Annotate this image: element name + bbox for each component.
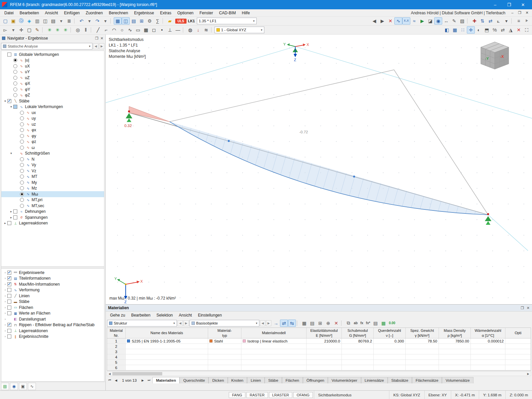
insert-row-icon[interactable]: ⊕ <box>324 320 332 327</box>
tree-control[interactable] <box>20 198 24 202</box>
cell-alpha[interactable] <box>471 365 505 370</box>
snap-toggle[interactable]: FANG <box>229 392 245 398</box>
table-tab[interactable]: Volumenkörper <box>328 377 361 383</box>
column-header[interactable]: Spez. Gewicht γ [kN/m³] <box>406 328 439 338</box>
column-header[interactable]: Opti <box>505 328 531 338</box>
menu-item[interactable]: Bearbeiten <box>17 10 42 16</box>
cell-g-modul[interactable] <box>342 344 374 349</box>
column-header[interactable]: Mass Density ρ [kg/m³] <box>439 328 471 338</box>
minimize-button[interactable]: – <box>488 0 502 9</box>
table-row[interactable]: 6 <box>107 365 531 370</box>
display-option-checkbox[interactable] <box>7 288 11 292</box>
cell-opti[interactable] <box>505 338 531 343</box>
copy-row-icon[interactable]: ⧉ <box>344 320 352 327</box>
tree-item[interactable]: ∿ ux <box>1 110 104 116</box>
expander-icon[interactable]: › <box>3 306 7 309</box>
measure-icon[interactable]: ⟀ <box>494 17 502 25</box>
result-values-icon[interactable]: ˣ·ˣ <box>402 17 410 25</box>
axes-toggle-icon[interactable]: ✛ <box>467 26 475 34</box>
cell-rho[interactable] <box>439 365 471 370</box>
display-option-item[interactable]: › ▦ Werte an Flächen <box>1 311 104 317</box>
cell-g-modul[interactable] <box>342 354 374 359</box>
delete-results-icon[interactable]: ✕ <box>386 17 394 25</box>
navigation-cube[interactable]: -Y -X <box>106 35 509 69</box>
horizontal-scrollbar[interactable]: ◀ ▶ <box>107 371 531 376</box>
swap-view-icon[interactable]: ⇄ <box>499 26 507 34</box>
display-option-item[interactable]: › ∥ Ergebnisschnitte <box>1 334 104 340</box>
display-option-checkbox[interactable] <box>7 329 11 333</box>
tree-control[interactable] <box>20 186 24 190</box>
redo-icon[interactable]: ↷ <box>93 17 101 25</box>
cell-opti[interactable] <box>505 365 531 370</box>
display-option-item[interactable]: › ⊓ Rippen - Effektiver Beitrag auf Fläc… <box>1 322 104 328</box>
materials-float-icon[interactable]: ❐ <box>521 306 524 310</box>
expander-icon[interactable]: › <box>3 294 7 298</box>
tree-control[interactable] <box>7 221 11 225</box>
bim-icon[interactable]: ◈ <box>25 17 33 25</box>
scroll-right-icon[interactable]: ▶ <box>526 372 531 376</box>
expander-icon[interactable]: › <box>3 312 7 315</box>
redo-menu-icon[interactable]: ▾ <box>101 17 109 25</box>
deformation-scale-icon[interactable]: ≈ <box>410 17 418 25</box>
tree-control[interactable] <box>20 204 24 208</box>
tree-control[interactable] <box>20 116 24 120</box>
tree-item[interactable]: ∿ uY <box>1 69 104 75</box>
expander-icon[interactable]: › <box>3 300 7 303</box>
cell-name[interactable]: S235 | EN 1993-1-1:2005-05 <box>126 338 208 343</box>
cell-alpha[interactable] <box>471 349 505 354</box>
cell-opti[interactable] <box>505 349 531 354</box>
tree-control[interactable] <box>13 64 17 68</box>
isometry-icon[interactable]: ⬒ <box>483 26 491 34</box>
dimensions-icon[interactable]: ↔ <box>442 17 450 25</box>
tree-control[interactable] <box>13 81 17 85</box>
tree-control[interactable] <box>20 111 24 115</box>
cell-name[interactable] <box>126 354 208 359</box>
generate-structure-icon[interactable]: ✳ <box>46 26 54 34</box>
tree-item[interactable]: ∿ φx <box>1 127 104 133</box>
cell-g-modul[interactable] <box>342 365 374 370</box>
cell-e-modul[interactable] <box>307 360 342 365</box>
tree-item[interactable]: ▾ ∿ Schnittgrößen <box>1 151 104 157</box>
expander-icon[interactable]: › <box>3 335 7 338</box>
load-case-icon[interactable]: ▰ <box>166 17 174 25</box>
tree-item[interactable]: ∿ Mω <box>1 191 104 197</box>
cell-e-modul[interactable] <box>307 344 342 349</box>
tree-item[interactable]: ▥ Globale Verformungen <box>1 52 104 58</box>
guideline-icon[interactable]: ‖ <box>82 26 90 34</box>
cell-e-modul[interactable]: 210000.0 <box>307 338 342 343</box>
tree-control[interactable] <box>20 122 24 126</box>
menu-item[interactable]: Datei <box>1 10 17 16</box>
snap-icon[interactable]: ◎ <box>74 26 82 34</box>
cell-alpha[interactable] <box>471 344 505 349</box>
expander-icon[interactable]: ▾ <box>9 105 13 108</box>
table-row[interactable]: 1 S235 | EN 1993-1-1:2005-05 Stahl Isotr… <box>107 338 531 344</box>
table-tab[interactable]: Liniensätze <box>361 377 388 383</box>
table-tab[interactable]: Linien <box>247 377 265 383</box>
materials-menu-item[interactable]: Einstellungen <box>195 312 225 318</box>
tree-control[interactable] <box>13 58 17 62</box>
prev-group-icon[interactable]: ◀ <box>178 320 183 326</box>
support-icon[interactable]: ⊥ <box>166 26 174 34</box>
tree-item[interactable]: ∿ uy <box>1 116 104 122</box>
cell-modell[interactable]: Isotrop | linear elastisch <box>241 338 307 343</box>
cell-typ[interactable]: Stahl <box>208 338 241 343</box>
structure-members[interactable] <box>129 70 488 215</box>
display-option-checkbox[interactable] <box>7 294 11 298</box>
sync-selection-icon[interactable]: ⇄ <box>280 320 288 327</box>
table-tab[interactable]: Öffnungen <box>303 377 328 383</box>
shadow-render-icon[interactable]: ◐ <box>475 26 483 34</box>
cell-typ[interactable] <box>208 349 241 354</box>
table-tab[interactable]: Materialien <box>152 377 180 383</box>
expander-icon[interactable]: › <box>3 277 7 280</box>
mirror-view-icon[interactable]: ◮ <box>507 26 515 34</box>
cell-gamma[interactable] <box>406 344 439 349</box>
select-menu-icon[interactable]: ▾ <box>9 26 17 34</box>
table-row[interactable]: 4 <box>107 354 531 360</box>
coordinate-system-select[interactable]: 1 - Global XYZ ▾ <box>214 27 264 33</box>
select-special-icon[interactable]: ✛ <box>17 26 25 34</box>
tree-control[interactable] <box>20 181 24 185</box>
table-row[interactable]: 2 <box>107 344 531 349</box>
column-header[interactable]: Schubmodul G [N/mm²] <box>342 328 374 338</box>
select-window-icon[interactable]: ▢ <box>25 26 33 34</box>
delete-view-icon[interactable]: ✕ <box>515 26 523 34</box>
